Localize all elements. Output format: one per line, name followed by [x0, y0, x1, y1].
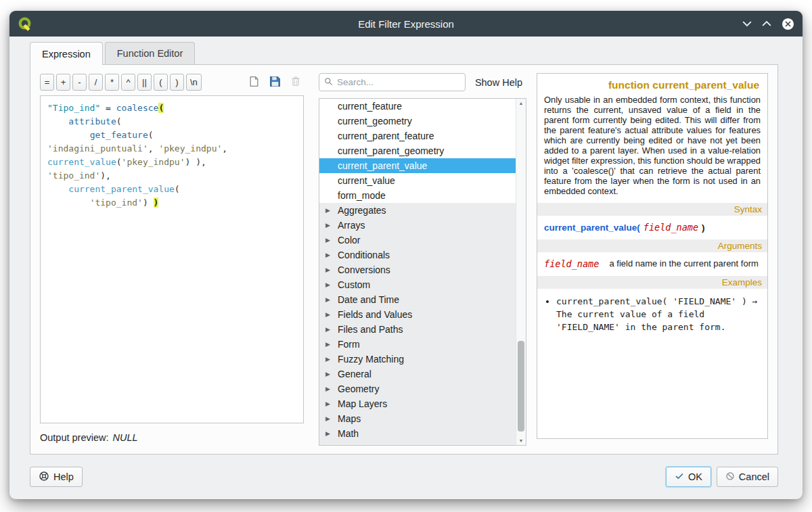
- cancel-button[interactable]: Cancel: [717, 467, 778, 487]
- check-icon: [675, 471, 684, 483]
- function-label: current_parent_feature: [338, 131, 434, 141]
- function-label: Operators: [338, 443, 380, 445]
- scrollbar-thumb[interactable]: [518, 341, 524, 431]
- function-label: Math: [338, 428, 359, 439]
- function-label: Date and Time: [338, 294, 399, 305]
- ok-button[interactable]: OK: [666, 467, 711, 487]
- expander-icon[interactable]: ▶: [325, 281, 338, 288]
- new-expression-button[interactable]: [246, 74, 262, 91]
- tab-function-editor[interactable]: Function Editor: [105, 42, 196, 64]
- example-item: current_parent_value( 'FIELD_NAME' ) → T…: [556, 295, 762, 333]
- function-group-row[interactable]: ▶Form: [319, 337, 516, 352]
- function-item-row[interactable]: current_parent_feature: [319, 129, 516, 143]
- syntax-line: current_parent_value(field_name): [544, 222, 761, 233]
- cancel-button-label: Cancel: [739, 471, 769, 482]
- function-group-row[interactable]: ▶Conditionals: [319, 248, 516, 262]
- close-icon[interactable]: [782, 18, 794, 30]
- button-box: Help OK Cancel: [30, 455, 778, 499]
- expander-icon[interactable]: ▶: [325, 400, 338, 407]
- help-title: function current_parent_value: [543, 78, 762, 95]
- function-group-row[interactable]: ▶Map Layers: [319, 396, 516, 411]
- function-group-row[interactable]: ▶Conversions: [319, 262, 516, 277]
- save-expression-button[interactable]: [267, 74, 283, 91]
- search-box[interactable]: [319, 73, 466, 91]
- operator-button[interactable]: *: [105, 74, 119, 91]
- function-label: Conversions: [338, 264, 390, 275]
- function-list[interactable]: current_featurecurrent_geometrycurrent_p…: [319, 98, 526, 446]
- function-group-row[interactable]: ▶Aggregates: [319, 203, 516, 218]
- expander-icon[interactable]: ▶: [325, 415, 338, 422]
- expander-icon[interactable]: ▶: [325, 341, 338, 348]
- function-group-row[interactable]: ▶Maps: [319, 411, 516, 426]
- function-item-row[interactable]: current_value: [319, 173, 516, 188]
- expander-icon[interactable]: ▶: [325, 266, 338, 273]
- function-group-row[interactable]: ▶Math: [319, 426, 516, 441]
- expander-icon[interactable]: ▶: [325, 430, 338, 437]
- function-label: Fields and Values: [338, 309, 412, 320]
- function-item-row[interactable]: form_mode: [319, 188, 516, 203]
- function-group-row[interactable]: ▶Files and Paths: [319, 322, 516, 337]
- shade-icon[interactable]: [742, 20, 752, 27]
- function-group-row[interactable]: ▶General: [319, 367, 516, 381]
- function-group-row[interactable]: ▶Arrays: [319, 218, 516, 233]
- expander-icon[interactable]: ▶: [325, 222, 338, 229]
- scroll-down-icon[interactable]: ▼: [516, 436, 526, 445]
- operator-button[interactable]: ||: [137, 74, 152, 91]
- tab-content: =+-/*^||()\n: [30, 64, 778, 455]
- ok-button-label: OK: [688, 471, 702, 482]
- help-column: function current_parent_value Only usabl…: [537, 73, 768, 446]
- help-button[interactable]: Help: [30, 467, 83, 487]
- operator-button[interactable]: \n: [186, 74, 202, 91]
- function-group-row[interactable]: ▶Color: [319, 233, 516, 248]
- function-list-scrollbar[interactable]: ▲ ▼: [516, 99, 526, 445]
- operator-button[interactable]: ): [170, 74, 184, 91]
- operator-button[interactable]: ^: [121, 74, 135, 91]
- function-label: current_parent_value: [338, 160, 427, 171]
- expander-icon[interactable]: ▶: [325, 296, 338, 303]
- expander-icon[interactable]: ▶: [325, 371, 338, 377]
- edit-filter-expression-dialog: Edit Filter Expression Expression Functi…: [9, 11, 803, 499]
- function-group-row[interactable]: ▶Fuzzy Matching: [319, 352, 516, 367]
- syntax-function: current_parent_value(: [544, 223, 640, 233]
- function-group-row[interactable]: ▶Operators: [319, 441, 516, 445]
- expander-icon[interactable]: ▶: [325, 386, 338, 392]
- scroll-up-icon[interactable]: ▲: [516, 99, 526, 108]
- delete-expression-button[interactable]: [288, 74, 304, 91]
- search-input[interactable]: [337, 77, 460, 87]
- expander-icon[interactable]: ▶: [325, 207, 338, 214]
- window-title: Edit Filter Expression: [9, 18, 803, 30]
- function-label: Files and Paths: [338, 324, 403, 335]
- function-label: Geometry: [338, 383, 379, 394]
- function-item-row[interactable]: current_parent_value: [319, 158, 516, 173]
- show-help-button[interactable]: Show Help: [471, 77, 526, 88]
- tab-expression[interactable]: Expression: [30, 42, 103, 65]
- function-label: Maps: [338, 413, 361, 424]
- operator-button[interactable]: /: [89, 74, 103, 91]
- arguments-header: Arguments: [537, 239, 767, 252]
- operator-button[interactable]: =: [40, 74, 54, 91]
- maximize-icon[interactable]: [762, 20, 771, 27]
- function-label: General: [338, 369, 371, 379]
- expander-icon[interactable]: ▶: [325, 326, 338, 333]
- function-group-row[interactable]: ▶Fields and Values: [319, 307, 516, 322]
- expression-editor[interactable]: "Tipo_ind" = coalesce( attribute( get_fe…: [40, 95, 304, 423]
- output-preview-value: NULL: [113, 432, 138, 443]
- operator-button[interactable]: +: [56, 74, 70, 91]
- expander-icon[interactable]: ▶: [325, 252, 338, 258]
- function-label: current_geometry: [338, 116, 412, 126]
- expander-icon[interactable]: ▶: [325, 311, 338, 318]
- operator-button[interactable]: -: [72, 74, 87, 91]
- function-label: Arrays: [338, 220, 365, 231]
- function-item-row[interactable]: current_feature: [319, 99, 516, 114]
- operator-button[interactable]: (: [154, 74, 168, 91]
- function-label: form_mode: [338, 190, 386, 201]
- expander-icon[interactable]: ▶: [325, 237, 338, 243]
- function-group-row[interactable]: ▶Geometry: [319, 381, 516, 396]
- function-item-row[interactable]: current_geometry: [319, 114, 516, 129]
- titlebar[interactable]: Edit Filter Expression: [9, 11, 803, 37]
- output-preview: Output preview: NULL: [40, 423, 304, 446]
- function-group-row[interactable]: ▶Date and Time: [319, 292, 516, 307]
- function-group-row[interactable]: ▶Custom: [319, 277, 516, 292]
- expander-icon[interactable]: ▶: [325, 356, 338, 363]
- function-item-row[interactable]: current_parent_geometry: [319, 143, 516, 158]
